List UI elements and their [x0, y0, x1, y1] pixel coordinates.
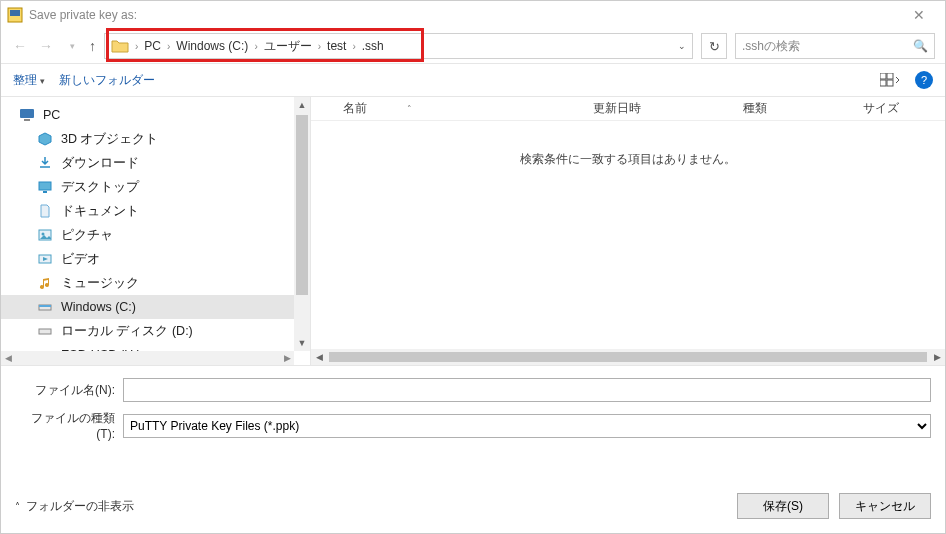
tree-3d-objects[interactable]: 3D オブジェクト [1, 127, 310, 151]
desktop-icon [37, 179, 53, 195]
hide-folders-toggle[interactable]: ˄ フォルダーの非表示 [15, 498, 134, 515]
svg-rect-9 [43, 191, 47, 193]
view-options-button[interactable] [879, 71, 901, 89]
col-date[interactable]: 更新日時 [585, 100, 735, 117]
scroll-thumb[interactable] [329, 352, 927, 362]
breadcrumb-cdrive[interactable]: Windows (C:)› [176, 39, 257, 53]
svg-rect-7 [24, 119, 30, 121]
col-size[interactable]: サイズ [855, 100, 935, 117]
search-icon: 🔍 [913, 39, 928, 53]
recent-dropdown[interactable]: ▾ [63, 41, 81, 51]
tree-pc[interactable]: PC [1, 103, 310, 127]
refresh-button[interactable]: ↻ [701, 33, 727, 59]
drive-icon [37, 299, 53, 315]
chevron-up-icon: ˄ [15, 501, 20, 512]
col-type[interactable]: 種類 [735, 100, 855, 117]
svg-rect-3 [887, 73, 893, 79]
up-button[interactable]: ↑ [89, 38, 96, 54]
file-list-panel: 名前 ˄ 更新日時 種類 サイズ 検索条件に一致する項目はありません。 ◀ ▶ [311, 97, 945, 365]
content-hscrollbar[interactable]: ◀ ▶ [311, 349, 945, 365]
window-title: Save private key as: [29, 8, 137, 22]
tree-pictures[interactable]: ピクチャ [1, 223, 310, 247]
video-icon [37, 251, 53, 267]
svg-rect-14 [39, 305, 51, 307]
tree-videos[interactable]: ビデオ [1, 247, 310, 271]
tree-ddrive[interactable]: ローカル ディスク (D:) [1, 319, 310, 343]
nav-row: ← → ▾ ↑ › PC› Windows (C:)› ユーザー› test› … [1, 29, 945, 63]
svg-rect-6 [20, 109, 34, 118]
main-area: PC 3D オブジェクト ダウンロード デスクトップ ドキュメント [1, 97, 945, 365]
sidebar-hscrollbar[interactable]: ◀ ▶ [1, 351, 294, 365]
breadcrumb-ssh[interactable]: .ssh [362, 39, 384, 53]
svg-rect-5 [887, 80, 893, 86]
svg-rect-15 [39, 329, 51, 334]
new-folder-button[interactable]: 新しいフォルダー [59, 72, 155, 89]
close-button[interactable]: ✕ [899, 7, 939, 23]
breadcrumb-users[interactable]: ユーザー› [264, 38, 321, 55]
cube-icon [37, 131, 53, 147]
form-area: ファイル名(N): ファイルの種類(T): PuTTY Private Key … [1, 365, 945, 449]
title-bar: Save private key as: ✕ [1, 1, 945, 29]
forward-button[interactable]: → [37, 38, 55, 54]
filetype-select[interactable]: PuTTY Private Key Files (*.ppk) [123, 414, 931, 438]
svg-rect-2 [880, 73, 886, 79]
filename-label: ファイル名(N): [15, 382, 123, 399]
col-name[interactable]: 名前 ˄ [335, 100, 585, 117]
address-dropdown-icon[interactable]: ⌄ [678, 41, 686, 51]
sidebar-scrollbar[interactable]: ▲ ▼ [294, 97, 310, 351]
scroll-down-icon[interactable]: ▼ [294, 335, 310, 351]
drive-icon [37, 323, 53, 339]
breadcrumb-test[interactable]: test› [327, 39, 356, 53]
svg-rect-1 [10, 10, 20, 16]
folder-icon [111, 39, 129, 53]
svg-rect-8 [39, 182, 51, 190]
footer: ˄ フォルダーの非表示 保存(S) キャンセル [1, 479, 945, 533]
scroll-left-icon[interactable]: ◀ [1, 353, 15, 363]
folder-tree: PC 3D オブジェクト ダウンロード デスクトップ ドキュメント [1, 97, 310, 365]
scroll-thumb[interactable] [296, 115, 308, 295]
back-button[interactable]: ← [11, 38, 29, 54]
tree-cdrive[interactable]: Windows (C:) [1, 295, 310, 319]
sort-asc-icon: ˄ [407, 104, 412, 114]
search-placeholder: .sshの検索 [742, 38, 800, 55]
picture-icon [37, 227, 53, 243]
address-bar[interactable]: › PC› Windows (C:)› ユーザー› test› .ssh ⌄ [104, 33, 693, 59]
doc-icon [37, 203, 53, 219]
toolbar: 整理 新しいフォルダー ? [1, 63, 945, 97]
putty-icon [7, 7, 23, 23]
breadcrumb-pc[interactable]: PC› [144, 39, 170, 53]
download-icon [37, 155, 53, 171]
svg-rect-4 [880, 80, 886, 86]
scroll-left-icon[interactable]: ◀ [311, 352, 327, 362]
chevron-right-icon: › [135, 41, 138, 52]
search-box[interactable]: .sshの検索 🔍 [735, 33, 935, 59]
filetype-label: ファイルの種類(T): [15, 410, 123, 441]
pc-icon [19, 107, 35, 123]
scroll-right-icon[interactable]: ▶ [929, 352, 945, 362]
music-icon [37, 275, 53, 291]
column-headers: 名前 ˄ 更新日時 種類 サイズ [311, 97, 945, 121]
tree-desktop[interactable]: デスクトップ [1, 175, 310, 199]
save-button[interactable]: 保存(S) [737, 493, 829, 519]
organize-menu[interactable]: 整理 [13, 72, 45, 89]
help-button[interactable]: ? [915, 71, 933, 89]
save-dialog-window: Save private key as: ✕ ← → ▾ ↑ › PC› Win… [0, 0, 946, 534]
empty-message: 検索条件に一致する項目はありません。 [311, 121, 945, 168]
scroll-right-icon[interactable]: ▶ [280, 353, 294, 363]
filename-input[interactable] [123, 378, 931, 402]
tree-music[interactable]: ミュージック [1, 271, 310, 295]
sidebar: PC 3D オブジェクト ダウンロード デスクトップ ドキュメント [1, 97, 311, 365]
cancel-button[interactable]: キャンセル [839, 493, 931, 519]
tree-documents[interactable]: ドキュメント [1, 199, 310, 223]
tree-downloads[interactable]: ダウンロード [1, 151, 310, 175]
scroll-up-icon[interactable]: ▲ [294, 97, 310, 113]
